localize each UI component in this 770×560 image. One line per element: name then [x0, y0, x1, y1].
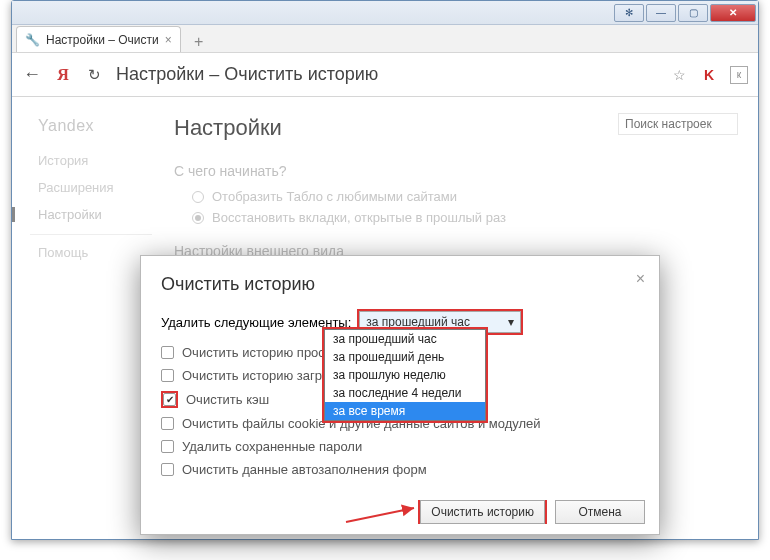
- radio-restore-tabs[interactable]: Восстановить вкладки, открытые в прошлый…: [192, 210, 736, 225]
- radio-show-tablo[interactable]: Отобразить Табло с любимыми сайтами: [192, 189, 736, 204]
- checkbox-clear-autofill[interactable]: Очистить данные автозаполнения форм: [161, 462, 639, 477]
- dropdown-option-hour[interactable]: за прошедший час: [325, 330, 485, 348]
- sidebar: Yandex История Расширения Настройки Помо…: [12, 97, 152, 539]
- checkbox-icon: [161, 417, 174, 430]
- radio-label: Восстановить вкладки, открытые в прошлый…: [212, 210, 506, 225]
- address-text[interactable]: Настройки – Очистить историю: [116, 64, 378, 85]
- section-startup: С чего начинать?: [174, 163, 736, 179]
- tab-strip: 🔧 Настройки – Очисти × +: [12, 25, 758, 53]
- checkbox-label: Очистить историю просм: [182, 345, 334, 360]
- tab-settings[interactable]: 🔧 Настройки – Очисти ×: [16, 26, 181, 52]
- dropdown-option-day[interactable]: за прошедший день: [325, 348, 485, 366]
- checkbox-icon: [161, 463, 174, 476]
- sidebar-item-history[interactable]: История: [38, 153, 152, 168]
- checkbox-icon: [161, 440, 174, 453]
- checkbox-label: Очистить историю загруз: [182, 368, 334, 383]
- checkbox-clear-passwords[interactable]: Удалить сохраненные пароли: [161, 439, 639, 454]
- sidebar-item-extensions[interactable]: Расширения: [38, 180, 152, 195]
- dialog-close-button[interactable]: ×: [636, 270, 645, 288]
- minimize-button[interactable]: —: [646, 4, 676, 22]
- checkbox-label: Очистить данные автозаполнения форм: [182, 462, 427, 477]
- dropdown-option-week[interactable]: за прошлую неделю: [325, 366, 485, 384]
- cancel-button[interactable]: Отмена: [555, 500, 645, 524]
- settings-window-button[interactable]: ✻: [614, 4, 644, 22]
- checkbox-icon: [161, 346, 174, 359]
- yandex-logo-icon: Я: [54, 66, 72, 84]
- kaspersky-icon[interactable]: K: [700, 66, 718, 84]
- extension-icon[interactable]: к: [730, 66, 748, 84]
- sidebar-item-settings[interactable]: Настройки: [38, 207, 152, 222]
- radio-icon: [192, 212, 204, 224]
- search-settings-input[interactable]: [618, 113, 738, 135]
- chevron-down-icon: ▾: [508, 315, 514, 329]
- time-range-dropdown: за прошедший час за прошедший день за пр…: [322, 327, 488, 423]
- search-input-field[interactable]: [618, 113, 738, 135]
- wrench-icon: 🔧: [25, 33, 40, 47]
- clear-history-button[interactable]: Очистить историю: [420, 500, 545, 524]
- checkbox-label: Очистить кэш: [186, 392, 269, 407]
- back-button[interactable]: ←: [22, 65, 42, 85]
- reload-button[interactable]: ↻: [84, 65, 104, 85]
- dialog-title: Очистить историю: [161, 274, 639, 295]
- toolbar: ← Я ↻ Настройки – Очистить историю ☆ K к: [12, 53, 758, 97]
- titlebar: ✻ — ▢ ✕: [12, 1, 758, 25]
- checkbox-icon: [161, 369, 174, 382]
- dialog-button-row: Очистить историю Отмена: [418, 500, 645, 524]
- dropdown-option-4weeks[interactable]: за последние 4 недели: [325, 384, 485, 402]
- radio-icon: [192, 191, 204, 203]
- brand-label: Yandex: [38, 117, 152, 135]
- sidebar-item-help[interactable]: Помощь: [38, 245, 152, 260]
- maximize-button[interactable]: ▢: [678, 4, 708, 22]
- close-tab-button[interactable]: ×: [165, 33, 172, 47]
- checkbox-label: Удалить сохраненные пароли: [182, 439, 362, 454]
- new-tab-button[interactable]: +: [187, 32, 211, 52]
- tab-title: Настройки – Очисти: [46, 33, 159, 47]
- clear-button-highlight: Очистить историю: [418, 500, 547, 524]
- cache-highlight: [161, 391, 178, 408]
- radio-label: Отобразить Табло с любимыми сайтами: [212, 189, 457, 204]
- dropdown-option-all-time[interactable]: за все время: [325, 402, 485, 420]
- browser-window: ✻ — ▢ ✕ 🔧 Настройки – Очисти × + ← Я ↻ Н…: [11, 0, 759, 540]
- bookmark-star-icon[interactable]: ☆: [670, 66, 688, 84]
- window-close-button[interactable]: ✕: [710, 4, 756, 22]
- checkbox-icon: [163, 393, 176, 406]
